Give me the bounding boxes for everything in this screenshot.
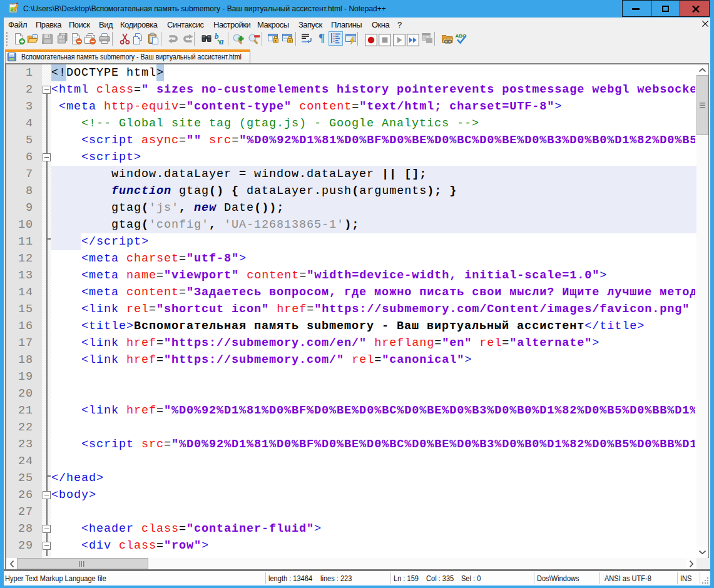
svg-text:a: a — [219, 36, 224, 45]
svg-text:b: b — [215, 33, 219, 41]
